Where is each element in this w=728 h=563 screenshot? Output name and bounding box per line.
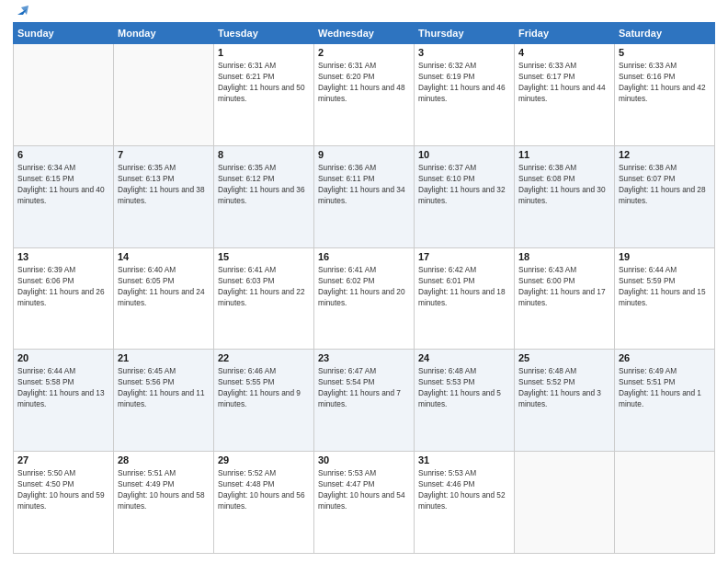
- day-info: Sunrise: 6:49 AMSunset: 5:51 PMDaylight:…: [619, 365, 711, 409]
- calendar-cell: 4Sunrise: 6:33 AMSunset: 6:17 PMDaylight…: [515, 44, 615, 146]
- day-info: Sunrise: 6:41 AMSunset: 6:02 PMDaylight:…: [318, 264, 410, 308]
- logo-icon: [14, 2, 30, 18]
- calendar-cell: 3Sunrise: 6:32 AMSunset: 6:19 PMDaylight…: [415, 44, 515, 146]
- day-number: 15: [218, 251, 310, 262]
- calendar-cell: [515, 452, 615, 554]
- calendar-cell: [114, 44, 214, 146]
- day-number: 12: [619, 149, 711, 160]
- weekday-header: Thursday: [415, 23, 515, 44]
- calendar-cell: 12Sunrise: 6:38 AMSunset: 6:07 PMDayligh…: [615, 145, 715, 247]
- calendar-cell: 26Sunrise: 6:49 AMSunset: 5:51 PMDayligh…: [615, 350, 715, 452]
- day-info: Sunrise: 5:53 AMSunset: 4:46 PMDaylight:…: [418, 467, 510, 511]
- day-number: 27: [17, 454, 109, 465]
- day-number: 8: [218, 149, 310, 160]
- calendar-cell: 13Sunrise: 6:39 AMSunset: 6:06 PMDayligh…: [14, 247, 114, 350]
- calendar-cell: 28Sunrise: 5:51 AMSunset: 4:49 PMDayligh…: [114, 452, 214, 554]
- day-info: Sunrise: 6:38 AMSunset: 6:08 PMDaylight:…: [518, 162, 610, 206]
- day-number: 4: [518, 47, 610, 58]
- weekday-header: Monday: [114, 23, 214, 44]
- calendar-cell: 11Sunrise: 6:38 AMSunset: 6:08 PMDayligh…: [515, 145, 615, 247]
- calendar-cell: 29Sunrise: 5:52 AMSunset: 4:48 PMDayligh…: [214, 452, 314, 554]
- day-info: Sunrise: 6:35 AMSunset: 6:12 PMDaylight:…: [218, 162, 310, 206]
- weekday-header: Saturday: [615, 23, 715, 44]
- day-number: 7: [118, 149, 210, 160]
- calendar-cell: 21Sunrise: 6:45 AMSunset: 5:56 PMDayligh…: [114, 350, 214, 452]
- page-container: SundayMondayTuesdayWednesdayThursdayFrid…: [0, 0, 728, 563]
- day-info: Sunrise: 6:41 AMSunset: 6:03 PMDaylight:…: [218, 264, 310, 308]
- calendar-week-row: 1Sunrise: 6:31 AMSunset: 6:21 PMDaylight…: [14, 44, 715, 146]
- day-number: 3: [418, 47, 510, 58]
- calendar-cell: 6Sunrise: 6:34 AMSunset: 6:15 PMDaylight…: [14, 145, 114, 247]
- day-number: 31: [418, 454, 510, 465]
- calendar-cell: 14Sunrise: 6:40 AMSunset: 6:05 PMDayligh…: [114, 247, 214, 350]
- calendar-week-row: 13Sunrise: 6:39 AMSunset: 6:06 PMDayligh…: [14, 247, 715, 350]
- day-number: 22: [218, 352, 310, 363]
- day-info: Sunrise: 5:52 AMSunset: 4:48 PMDaylight:…: [218, 467, 310, 511]
- day-info: Sunrise: 6:31 AMSunset: 6:20 PMDaylight:…: [318, 60, 410, 104]
- day-number: 30: [318, 454, 410, 465]
- day-info: Sunrise: 6:32 AMSunset: 6:19 PMDaylight:…: [418, 60, 510, 104]
- day-info: Sunrise: 6:48 AMSunset: 5:53 PMDaylight:…: [418, 365, 510, 409]
- calendar-cell: 25Sunrise: 6:48 AMSunset: 5:52 PMDayligh…: [515, 350, 615, 452]
- calendar-cell: 17Sunrise: 6:42 AMSunset: 6:01 PMDayligh…: [415, 247, 515, 350]
- day-info: Sunrise: 5:50 AMSunset: 4:50 PMDaylight:…: [17, 467, 109, 511]
- day-number: 28: [118, 454, 210, 465]
- day-number: 17: [418, 251, 510, 262]
- header: [13, 9, 715, 15]
- day-info: Sunrise: 6:43 AMSunset: 6:00 PMDaylight:…: [518, 264, 610, 308]
- calendar-cell: 7Sunrise: 6:35 AMSunset: 6:13 PMDaylight…: [114, 145, 214, 247]
- day-number: 11: [518, 149, 610, 160]
- weekday-header: Friday: [515, 23, 615, 44]
- day-info: Sunrise: 6:35 AMSunset: 6:13 PMDaylight:…: [118, 162, 210, 206]
- day-info: Sunrise: 6:48 AMSunset: 5:52 PMDaylight:…: [518, 365, 610, 409]
- day-number: 13: [17, 251, 109, 262]
- calendar-cell: 2Sunrise: 6:31 AMSunset: 6:20 PMDaylight…: [314, 44, 415, 146]
- calendar-week-row: 6Sunrise: 6:34 AMSunset: 6:15 PMDaylight…: [14, 145, 715, 247]
- calendar-cell: 24Sunrise: 6:48 AMSunset: 5:53 PMDayligh…: [415, 350, 515, 452]
- day-number: 2: [318, 47, 410, 58]
- calendar-cell: 1Sunrise: 6:31 AMSunset: 6:21 PMDaylight…: [214, 44, 314, 146]
- day-info: Sunrise: 6:46 AMSunset: 5:55 PMDaylight:…: [218, 365, 310, 409]
- calendar-cell: 5Sunrise: 6:33 AMSunset: 6:16 PMDaylight…: [615, 44, 715, 146]
- day-number: 18: [518, 251, 610, 262]
- day-number: 9: [318, 149, 410, 160]
- day-info: Sunrise: 6:47 AMSunset: 5:54 PMDaylight:…: [318, 365, 410, 409]
- logo: [13, 9, 30, 15]
- weekday-header: Sunday: [14, 23, 114, 44]
- calendar-cell: 30Sunrise: 5:53 AMSunset: 4:47 PMDayligh…: [314, 452, 415, 554]
- day-number: 29: [218, 454, 310, 465]
- day-info: Sunrise: 6:40 AMSunset: 6:05 PMDaylight:…: [118, 264, 210, 308]
- calendar-cell: 31Sunrise: 5:53 AMSunset: 4:46 PMDayligh…: [415, 452, 515, 554]
- day-info: Sunrise: 6:37 AMSunset: 6:10 PMDaylight:…: [418, 162, 510, 206]
- day-info: Sunrise: 6:33 AMSunset: 6:16 PMDaylight:…: [619, 60, 711, 104]
- calendar-cell: 15Sunrise: 6:41 AMSunset: 6:03 PMDayligh…: [214, 247, 314, 350]
- calendar-week-row: 27Sunrise: 5:50 AMSunset: 4:50 PMDayligh…: [14, 452, 715, 554]
- day-number: 1: [218, 47, 310, 58]
- day-info: Sunrise: 6:31 AMSunset: 6:21 PMDaylight:…: [218, 60, 310, 104]
- day-number: 21: [118, 352, 210, 363]
- calendar-header-row: SundayMondayTuesdayWednesdayThursdayFrid…: [14, 23, 715, 44]
- calendar-cell: 9Sunrise: 6:36 AMSunset: 6:11 PMDaylight…: [314, 145, 415, 247]
- day-number: 5: [619, 47, 711, 58]
- calendar-cell: 18Sunrise: 6:43 AMSunset: 6:00 PMDayligh…: [515, 247, 615, 350]
- day-info: Sunrise: 6:45 AMSunset: 5:56 PMDaylight:…: [118, 365, 210, 409]
- day-info: Sunrise: 6:38 AMSunset: 6:07 PMDaylight:…: [619, 162, 711, 206]
- calendar-cell: 8Sunrise: 6:35 AMSunset: 6:12 PMDaylight…: [214, 145, 314, 247]
- calendar-cell: [615, 452, 715, 554]
- calendar-cell: 27Sunrise: 5:50 AMSunset: 4:50 PMDayligh…: [14, 452, 114, 554]
- weekday-header: Wednesday: [314, 23, 415, 44]
- weekday-header: Tuesday: [214, 23, 314, 44]
- day-number: 14: [118, 251, 210, 262]
- day-info: Sunrise: 6:44 AMSunset: 5:59 PMDaylight:…: [619, 264, 711, 308]
- day-number: 20: [17, 352, 109, 363]
- calendar-cell: 19Sunrise: 6:44 AMSunset: 5:59 PMDayligh…: [615, 247, 715, 350]
- calendar-cell: 23Sunrise: 6:47 AMSunset: 5:54 PMDayligh…: [314, 350, 415, 452]
- day-number: 19: [619, 251, 711, 262]
- day-number: 10: [418, 149, 510, 160]
- day-number: 6: [17, 149, 109, 160]
- day-info: Sunrise: 5:51 AMSunset: 4:49 PMDaylight:…: [118, 467, 210, 511]
- day-info: Sunrise: 5:53 AMSunset: 4:47 PMDaylight:…: [318, 467, 410, 511]
- day-info: Sunrise: 6:42 AMSunset: 6:01 PMDaylight:…: [418, 264, 510, 308]
- day-info: Sunrise: 6:34 AMSunset: 6:15 PMDaylight:…: [17, 162, 109, 206]
- day-number: 16: [318, 251, 410, 262]
